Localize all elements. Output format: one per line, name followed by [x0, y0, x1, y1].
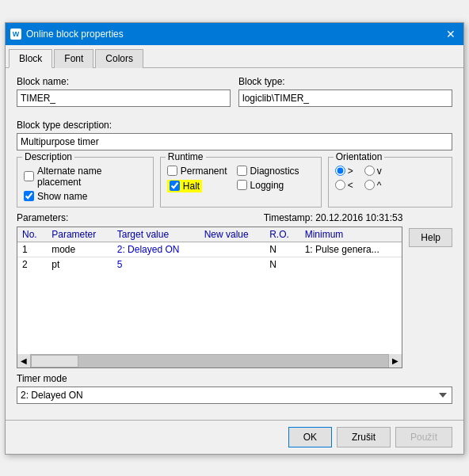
params-header: Parameters: Timestamp: 20.12.2016 10:31:…: [17, 212, 402, 223]
row2-target: 5: [112, 257, 200, 272]
timestamp-value: 20.12.2016 10:31:53: [315, 212, 402, 223]
row2-no: 2: [17, 257, 47, 272]
description-legend: Description: [22, 151, 74, 162]
runtime-legend: Runtime: [166, 151, 206, 162]
orient-right-label: >: [348, 166, 353, 177]
halt-checkbox[interactable]: [170, 181, 180, 191]
table-row[interactable]: 1 mode 2: Delayed ON N 1: Pulse genera..…: [17, 242, 402, 257]
halt-row[interactable]: Halt: [167, 180, 227, 192]
tab-font[interactable]: Font: [54, 49, 93, 68]
timer-mode-label: Timer mode: [17, 373, 452, 384]
col-new: New value: [200, 227, 265, 242]
row1-target: 2: Delayed ON: [112, 242, 200, 257]
block-type-input[interactable]: [238, 89, 452, 107]
window-title: Online block properties: [26, 29, 124, 40]
main-window: W Online block properties ✕ Block Font C…: [5, 22, 464, 455]
show-name-label: Show name: [37, 191, 87, 202]
orientation-row1: > v: [335, 166, 445, 177]
cancel-button[interactable]: Zrušit: [337, 427, 391, 447]
tab-block[interactable]: Block: [9, 49, 52, 68]
orient-left[interactable]: <: [335, 180, 353, 191]
orient-down-radio[interactable]: [364, 166, 375, 176]
diagnostics-label: Diagnostics: [250, 166, 299, 177]
permanent-label: Permanent: [181, 166, 227, 177]
orient-right[interactable]: >: [335, 166, 353, 177]
timestamp: Timestamp: 20.12.2016 10:31:53: [264, 212, 403, 223]
col-param: Parameter: [47, 227, 112, 242]
row1-new: [200, 242, 265, 257]
halt-label: Halt: [183, 181, 200, 192]
timer-mode-select[interactable]: 2: Delayed ON 1: Pulse genera...: [17, 387, 452, 404]
orient-right-radio[interactable]: [335, 166, 345, 176]
alt-name-row[interactable]: Alternate name placement: [24, 166, 147, 188]
col-ro: R.O.: [265, 227, 299, 242]
orient-up[interactable]: ^: [364, 180, 382, 191]
params-section: Parameters: Timestamp: 20.12.2016 10:31:…: [17, 212, 452, 373]
ok-button[interactable]: OK: [288, 427, 332, 447]
params-area: No. Parameter Target value New value R.O…: [17, 227, 402, 368]
orient-down[interactable]: v: [364, 166, 382, 177]
params-scroll-area[interactable]: No. Parameter Target value New value R.O…: [17, 227, 402, 354]
params-label: Parameters:: [17, 212, 68, 223]
row1-ro: N: [265, 242, 299, 257]
row2-ro: N: [265, 257, 299, 272]
orient-down-label: v: [377, 166, 382, 177]
block-type-label: Block type:: [238, 76, 452, 87]
row2-new: [200, 257, 265, 272]
description-group: Description Alternate name placement Sho…: [17, 157, 154, 208]
row1-param: mode: [47, 242, 112, 257]
params-table: No. Parameter Target value New value R.O…: [17, 227, 402, 272]
timer-mode-section: Timer mode 2: Delayed ON 1: Pulse genera…: [17, 373, 452, 404]
orientation-group: Orientation > v: [328, 157, 452, 208]
horizontal-scrollbar[interactable]: ◀ ▶: [17, 354, 402, 367]
tab-content: Block name: Block type: Block type descr…: [6, 68, 463, 420]
show-name-row[interactable]: Show name: [24, 191, 147, 202]
permanent-checkbox[interactable]: [167, 166, 177, 176]
tab-bar: Block Font Colors: [6, 45, 463, 68]
title-bar: W Online block properties ✕: [6, 23, 463, 45]
diagnostics-row[interactable]: Diagnostics: [237, 166, 299, 177]
halt-highlight: Halt: [167, 180, 202, 192]
block-name-label: Block name:: [17, 76, 231, 87]
close-button[interactable]: ✕: [443, 26, 459, 42]
params-left: Parameters: Timestamp: 20.12.2016 10:31:…: [17, 212, 402, 373]
block-type-desc-input[interactable]: [17, 133, 452, 150]
runtime-group: Runtime Permanent Halt: [160, 157, 322, 208]
orient-up-label: ^: [377, 180, 382, 191]
col-target: Target value: [112, 227, 200, 242]
scroll-right-button[interactable]: ▶: [388, 354, 402, 367]
col-min: Minimum: [300, 227, 402, 242]
scroll-thumb[interactable]: [31, 355, 78, 367]
block-type-desc-label: Block type description:: [17, 120, 452, 131]
row1-no: 1: [17, 242, 47, 257]
orient-left-radio[interactable]: [335, 180, 345, 190]
apply-button[interactable]: Použít: [395, 427, 452, 447]
diagnostics-checkbox[interactable]: [237, 166, 247, 176]
row2-min: [300, 257, 402, 272]
timestamp-label: Timestamp:: [264, 212, 313, 223]
window-icon: W: [10, 29, 21, 40]
tab-colors[interactable]: Colors: [95, 49, 143, 68]
col-no: No.: [17, 227, 47, 242]
alt-name-label: Alternate name placement: [37, 166, 147, 188]
orient-left-label: <: [348, 180, 353, 191]
help-button[interactable]: Help: [409, 228, 452, 247]
logging-row[interactable]: Logging: [237, 180, 299, 191]
scroll-left-button[interactable]: ◀: [17, 354, 31, 367]
scroll-track[interactable]: [31, 355, 388, 367]
table-row[interactable]: 2 pt 5 N: [17, 257, 402, 272]
row2-param: pt: [47, 257, 112, 272]
logging-checkbox[interactable]: [237, 180, 247, 190]
row1-min: 1: Pulse genera...: [300, 242, 402, 257]
bottom-bar: OK Zrušit Použít: [6, 420, 463, 454]
block-name-input[interactable]: [17, 89, 231, 107]
logging-label: Logging: [250, 180, 284, 191]
orient-up-radio[interactable]: [364, 180, 375, 190]
orientation-legend: Orientation: [334, 151, 385, 162]
title-bar-left: W Online block properties: [10, 29, 124, 40]
show-name-checkbox[interactable]: [24, 191, 34, 201]
permanent-row[interactable]: Permanent: [167, 166, 227, 177]
alt-name-checkbox[interactable]: [24, 171, 34, 181]
help-btn-wrap: Help: [409, 212, 452, 247]
orientation-row2: < ^: [335, 180, 445, 191]
